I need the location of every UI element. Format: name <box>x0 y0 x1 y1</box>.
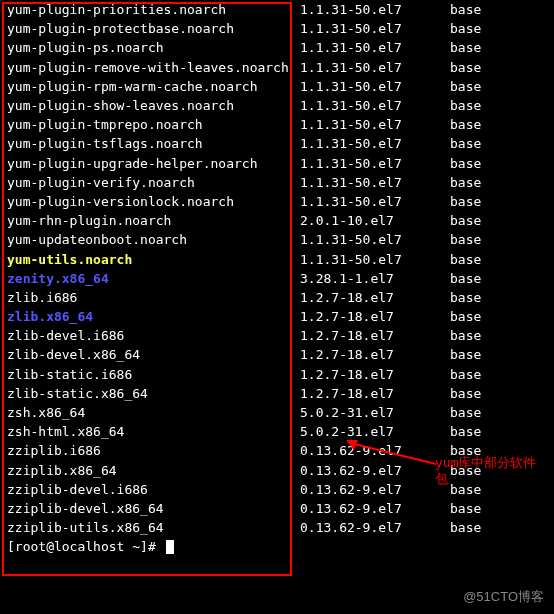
package-repo: base <box>450 328 554 343</box>
annotation-arrow-icon <box>346 440 441 468</box>
package-row: yum-updateonboot.noarch1.1.31-50.el7base <box>0 230 554 249</box>
package-repo: base <box>450 386 554 401</box>
package-repo: base <box>450 309 554 324</box>
package-row: yum-plugin-rpm-warm-cache.noarch1.1.31-5… <box>0 77 554 96</box>
package-repo: base <box>450 156 554 171</box>
package-row: zsh-html.x86_645.0.2-31.el7base <box>0 422 554 441</box>
package-version: 1.1.31-50.el7 <box>300 60 450 75</box>
package-repo: base <box>450 175 554 190</box>
package-version: 1.1.31-50.el7 <box>300 156 450 171</box>
package-version: 1.1.31-50.el7 <box>300 175 450 190</box>
svg-line-0 <box>354 444 436 464</box>
package-version: 1.1.31-50.el7 <box>300 117 450 132</box>
package-repo: base <box>450 520 554 535</box>
package-version: 1.1.31-50.el7 <box>300 21 450 36</box>
package-name: yum-plugin-protectbase.noarch <box>0 21 300 36</box>
package-repo: base <box>450 252 554 267</box>
package-row: yum-plugin-upgrade-helper.noarch1.1.31-5… <box>0 154 554 173</box>
annotation-text: yum库中部分软件 包 <box>435 455 536 486</box>
package-version: 5.0.2-31.el7 <box>300 424 450 439</box>
package-name: yum-plugin-upgrade-helper.noarch <box>0 156 300 171</box>
package-row: zlib.i6861.2.7-18.el7base <box>0 288 554 307</box>
package-name: zlib-static.i686 <box>0 367 300 382</box>
package-version: 1.1.31-50.el7 <box>300 40 450 55</box>
package-name: zziplib-devel.x86_64 <box>0 501 300 516</box>
package-version: 0.13.62-9.el7 <box>300 501 450 516</box>
package-row: yum-plugin-protectbase.noarch1.1.31-50.e… <box>0 19 554 38</box>
prompt-line[interactable]: [root@localhost ~]# <box>0 537 554 556</box>
package-row: yum-plugin-priorities.noarch1.1.31-50.el… <box>0 0 554 19</box>
package-repo: base <box>450 271 554 286</box>
package-version: 1.2.7-18.el7 <box>300 290 450 305</box>
package-name: yum-plugin-show-leaves.noarch <box>0 98 300 113</box>
package-repo: base <box>450 290 554 305</box>
package-version: 1.1.31-50.el7 <box>300 2 450 17</box>
package-name: yum-updateonboot.noarch <box>0 232 300 247</box>
package-repo: base <box>450 79 554 94</box>
package-name: yum-plugin-verify.noarch <box>0 175 300 190</box>
package-repo: base <box>450 501 554 516</box>
package-row: yum-plugin-verify.noarch1.1.31-50.el7bas… <box>0 173 554 192</box>
package-name: zlib-devel.i686 <box>0 328 300 343</box>
package-repo: base <box>450 136 554 151</box>
package-version: 1.2.7-18.el7 <box>300 347 450 362</box>
shell-prompt: [root@localhost ~]# <box>7 539 164 554</box>
package-row: yum-plugin-ps.noarch1.1.31-50.el7base <box>0 38 554 57</box>
package-version: 3.28.1-1.el7 <box>300 271 450 286</box>
package-repo: base <box>450 232 554 247</box>
package-repo: base <box>450 40 554 55</box>
package-repo: base <box>450 2 554 17</box>
package-name: zziplib.i686 <box>0 443 300 458</box>
package-name: yum-utils.noarch <box>0 252 300 267</box>
package-version: 1.2.7-18.el7 <box>300 386 450 401</box>
package-name: yum-plugin-versionlock.noarch <box>0 194 300 209</box>
package-row: yum-rhn-plugin.noarch2.0.1-10.el7base <box>0 211 554 230</box>
package-row: yum-plugin-remove-with-leaves.noarch1.1.… <box>0 58 554 77</box>
watermark-text: @51CTO博客 <box>463 588 544 606</box>
package-version: 1.1.31-50.el7 <box>300 98 450 113</box>
package-version: 1.2.7-18.el7 <box>300 309 450 324</box>
package-repo: base <box>450 213 554 228</box>
package-name: zenity.x86_64 <box>0 271 300 286</box>
package-repo: base <box>450 194 554 209</box>
package-row: zlib.x86_641.2.7-18.el7base <box>0 307 554 326</box>
package-repo: base <box>450 60 554 75</box>
package-name: zsh.x86_64 <box>0 405 300 420</box>
package-name: yum-plugin-priorities.noarch <box>0 2 300 17</box>
package-version: 1.2.7-18.el7 <box>300 328 450 343</box>
package-name: yum-plugin-tmprepo.noarch <box>0 117 300 132</box>
package-version: 0.13.62-9.el7 <box>300 520 450 535</box>
cursor-icon <box>166 540 174 554</box>
package-version: 1.1.31-50.el7 <box>300 232 450 247</box>
package-version: 1.1.31-50.el7 <box>300 136 450 151</box>
package-row: yum-plugin-versionlock.noarch1.1.31-50.e… <box>0 192 554 211</box>
package-version: 1.2.7-18.el7 <box>300 367 450 382</box>
package-repo: base <box>450 424 554 439</box>
package-row: zlib-static.x86_641.2.7-18.el7base <box>0 384 554 403</box>
package-name: zlib-static.x86_64 <box>0 386 300 401</box>
package-name: zlib-devel.x86_64 <box>0 347 300 362</box>
package-version: 2.0.1-10.el7 <box>300 213 450 228</box>
package-version: 1.1.31-50.el7 <box>300 252 450 267</box>
package-repo: base <box>450 405 554 420</box>
package-name: yum-plugin-tsflags.noarch <box>0 136 300 151</box>
package-row: zlib-devel.x86_641.2.7-18.el7base <box>0 345 554 364</box>
package-row: yum-utils.noarch1.1.31-50.el7base <box>0 249 554 268</box>
package-row: yum-plugin-tsflags.noarch1.1.31-50.el7ba… <box>0 134 554 153</box>
package-name: zlib.x86_64 <box>0 309 300 324</box>
package-repo: base <box>450 98 554 113</box>
package-row: yum-plugin-tmprepo.noarch1.1.31-50.el7ba… <box>0 115 554 134</box>
package-name: yum-plugin-remove-with-leaves.noarch <box>0 60 300 75</box>
package-name: yum-plugin-rpm-warm-cache.noarch <box>0 79 300 94</box>
package-repo: base <box>450 347 554 362</box>
package-row: zlib-devel.i6861.2.7-18.el7base <box>0 326 554 345</box>
package-name: zziplib-devel.i686 <box>0 482 300 497</box>
package-name: yum-plugin-ps.noarch <box>0 40 300 55</box>
package-row: yum-plugin-show-leaves.noarch1.1.31-50.e… <box>0 96 554 115</box>
package-row: zziplib-devel.x86_640.13.62-9.el7base <box>0 499 554 518</box>
package-name: zziplib-utils.x86_64 <box>0 520 300 535</box>
package-name: yum-rhn-plugin.noarch <box>0 213 300 228</box>
package-name: zsh-html.x86_64 <box>0 424 300 439</box>
package-name: zziplib.x86_64 <box>0 463 300 478</box>
package-row: zziplib-utils.x86_640.13.62-9.el7base <box>0 518 554 537</box>
